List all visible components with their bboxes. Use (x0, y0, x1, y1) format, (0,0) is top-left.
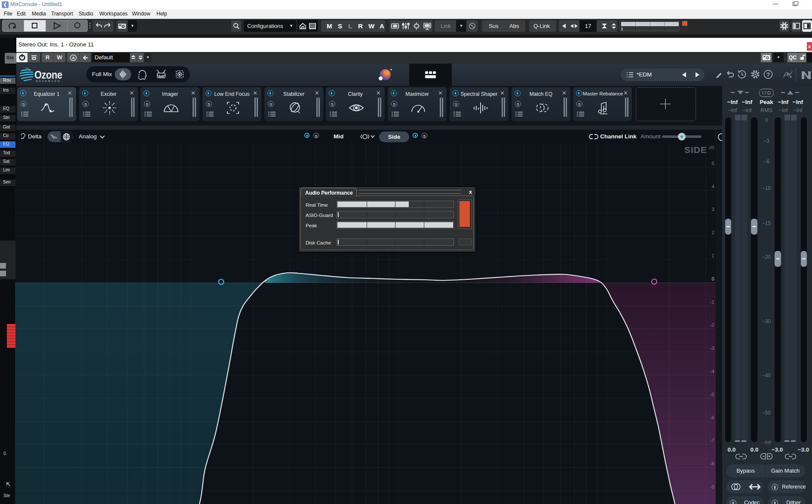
svg-text:-9: -9 (710, 484, 714, 489)
svg-text:dB: dB (709, 145, 714, 150)
svg-text:-8: -8 (710, 461, 714, 466)
svg-text:1: 1 (712, 253, 714, 258)
svg-text:−Inf: −Inf (727, 99, 738, 105)
svg-text:I / O: I / O (762, 90, 771, 95)
svg-text:-4: -4 (710, 369, 715, 374)
svg-text:−3: −3 (763, 138, 769, 144)
svg-text:0: 0 (765, 117, 768, 123)
svg-text:-1: -1 (710, 299, 714, 305)
svg-text:−Inf: −Inf (793, 107, 803, 113)
svg-text:SIDE: SIDE (684, 145, 707, 155)
svg-text:?: ? (766, 71, 770, 78)
svg-text:a: a (72, 55, 74, 60)
svg-text:4: 4 (712, 184, 715, 189)
svg-text:−Inf: −Inf (728, 107, 737, 113)
svg-text:-2: -2 (710, 322, 714, 327)
svg-text:−Inf: −Inf (778, 99, 789, 105)
svg-text:-5: -5 (710, 392, 714, 397)
svg-text:−Inf: −Inf (793, 99, 803, 105)
svg-text:-7: -7 (710, 438, 714, 443)
svg-text:-6: -6 (710, 415, 714, 420)
svg-text:RMS: RMS (760, 107, 772, 113)
svg-text:2: 2 (712, 230, 714, 235)
svg-text:−Inf: −Inf (742, 107, 752, 113)
svg-text:5: 5 (712, 161, 714, 166)
svg-text:-3: -3 (710, 345, 714, 351)
svg-text:Peak: Peak (760, 99, 773, 105)
svg-text:0: 0 (712, 276, 714, 281)
svg-text:−Inf: −Inf (742, 99, 753, 105)
svg-text:3: 3 (712, 207, 714, 212)
svg-text:−Inf: −Inf (778, 107, 788, 113)
